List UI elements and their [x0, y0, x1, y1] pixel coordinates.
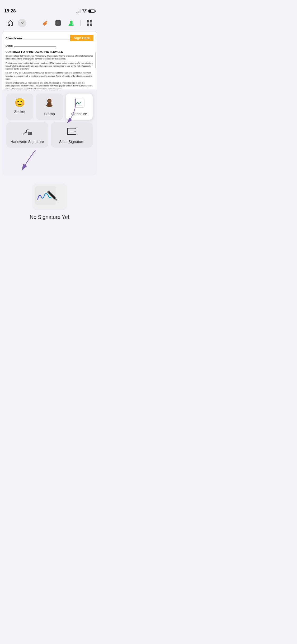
- svg-point-4: [70, 21, 73, 23]
- contract-text-4: Original photographs are not included, o…: [6, 81, 93, 89]
- svg-rect-6: [90, 20, 92, 22]
- status-time: 19:28: [4, 8, 16, 14]
- signal-icon: [77, 9, 81, 13]
- svg-rect-8: [90, 24, 92, 26]
- stamp-label: Stamp: [44, 112, 55, 116]
- dropdown-button[interactable]: [18, 19, 26, 27]
- wifi-icon: [82, 9, 87, 13]
- document-scrollbar[interactable]: [95, 52, 96, 68]
- handwrite-label: Handwrite Signature: [11, 140, 44, 144]
- svg-point-12: [48, 100, 51, 102]
- date-field: Date:: [6, 43, 93, 48]
- contract-title: CONTRACT FOR PHOTOGRAPHIC SERVICES: [6, 50, 93, 53]
- text-tool-button[interactable]: T: [54, 19, 62, 27]
- toolbar: T: [0, 16, 99, 31]
- status-bar: 19:28: [0, 5, 99, 16]
- svg-rect-10: [47, 103, 51, 106]
- contract-text-3: No part of any order, including previews…: [6, 71, 93, 80]
- handwrite-arrow: [20, 148, 38, 174]
- apps-grid-button[interactable]: [85, 19, 94, 27]
- toolbar-right: T: [41, 19, 94, 27]
- stamp-card[interactable]: Stamp: [36, 94, 63, 120]
- tool-grid-top: 😊 Sticker Stamp Sign: [6, 94, 93, 120]
- profile-tool-button[interactable]: [67, 19, 76, 27]
- battery-icon: [88, 10, 95, 13]
- sticker-label: Sticker: [14, 109, 26, 114]
- stamp-icon: [45, 98, 54, 109]
- svg-text:T: T: [57, 21, 59, 25]
- status-icons: [77, 9, 95, 13]
- client-name-label: Client Name:: [6, 37, 23, 40]
- document-preview: Client Name: Date: Sign Here CONTRACT FO…: [2, 31, 97, 89]
- no-signature-text: No Signature Yet: [30, 214, 69, 220]
- scan-label: Scan Signature: [59, 140, 84, 144]
- client-name-line: [25, 36, 77, 39]
- contract-text-2: Photographer reserves the right to use n…: [6, 62, 93, 71]
- sticker-icon: 😊: [15, 98, 25, 107]
- svg-rect-7: [87, 24, 89, 26]
- pen-tool-button[interactable]: [41, 19, 49, 27]
- bottom-section: No Signature Yet: [0, 176, 99, 231]
- tool-panel: 😊 Sticker Stamp Sign: [2, 89, 97, 176]
- handwrite-icon: [22, 127, 32, 137]
- signature-illustration: [32, 183, 67, 210]
- date-line: [14, 43, 56, 47]
- sign-here-button[interactable]: Sign Here: [70, 35, 93, 41]
- date-label: Date:: [6, 44, 13, 47]
- toolbar-divider: [80, 20, 81, 26]
- handwrite-card[interactable]: Handwrite Signature: [6, 122, 48, 148]
- tool-grid-bottom: Handwrite Signature Scan Signature: [6, 122, 93, 148]
- toolbar-left: [5, 18, 26, 28]
- sticker-card[interactable]: 😊 Sticker: [6, 94, 33, 120]
- signature-arrow: [62, 96, 78, 128]
- arrows-container: [6, 148, 93, 171]
- contract-text-1: It is understood that Velvet Lotus Photo…: [6, 54, 93, 61]
- scan-icon: [67, 127, 77, 137]
- home-button[interactable]: [5, 18, 15, 28]
- svg-rect-5: [87, 20, 89, 22]
